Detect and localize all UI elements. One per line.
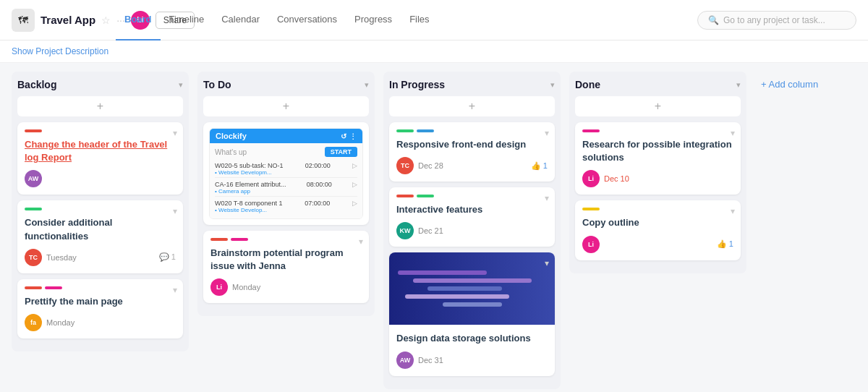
avatar-li: Li xyxy=(210,278,228,296)
bar-green xyxy=(417,195,434,197)
card-date: Dec 21 xyxy=(418,226,443,235)
header: 🗺 Travel App ☆ ··· Li Share Board Timeli… xyxy=(0,0,868,41)
show-project-description[interactable]: Show Project Description xyxy=(0,41,868,63)
avatar-fa: fa xyxy=(25,314,42,331)
card-clockify: Clockify ↺ ⋮ What's up START xyxy=(203,122,369,225)
card-inprogress-storage: ▾ Design data storage solutions AW Dec 3… xyxy=(389,252,555,375)
card-expand-icon[interactable]: ▾ xyxy=(173,128,177,138)
column-todo: To Do ▾ + Clockify ↺ ⋮ xyxy=(197,72,375,316)
column-title-backlog: Backlog xyxy=(17,79,179,90)
add-column-button[interactable]: + Add column xyxy=(755,72,824,97)
tab-calendar[interactable]: Calendar xyxy=(213,0,268,41)
bar-pink xyxy=(582,129,600,132)
card-date: Monday xyxy=(46,318,75,327)
card-expand-icon[interactable]: ▾ xyxy=(731,128,735,138)
avatar-li2: Li xyxy=(582,170,600,187)
board: Backlog ▾ + ▾ Change the header of the T… xyxy=(0,63,868,392)
clockify-start-button[interactable]: START xyxy=(325,147,357,157)
tab-timeline[interactable]: Timeline xyxy=(161,0,213,41)
card-expand-icon[interactable]: ▾ xyxy=(545,258,549,268)
card-title: Change the header of the Travel log Repo… xyxy=(25,138,176,164)
play-icon: ▷ xyxy=(352,200,357,207)
avatar-tc: TC xyxy=(396,157,414,174)
bar-blue xyxy=(417,129,434,132)
avatar-aw: AW xyxy=(25,170,42,187)
search-bar[interactable]: 🔍 Go to any project or task... xyxy=(697,11,856,30)
card-date: Dec 31 xyxy=(418,356,443,365)
card-done-copyoutline: ▾ Copy outline Li 👍 1 xyxy=(575,200,741,260)
bar-pink xyxy=(231,238,248,241)
avatar-li3: Li xyxy=(582,236,600,253)
column-inprogress: In Progress ▾ + ▾ Responsive front-end d… xyxy=(383,72,561,389)
star-icon[interactable]: ☆ xyxy=(101,14,111,26)
card-title: Design data storage solutions xyxy=(396,332,548,345)
card-expand-icon[interactable]: ▾ xyxy=(173,206,177,216)
search-icon: 🔍 xyxy=(708,15,719,25)
avatar-kw: KW xyxy=(396,222,414,239)
column-title-done: Done xyxy=(575,79,736,90)
card-expand-icon[interactable]: ▾ xyxy=(173,285,177,295)
card-title: Responsive front-end design xyxy=(396,138,548,151)
card-date: Monday xyxy=(232,283,260,291)
card-expand-icon[interactable]: ▾ xyxy=(359,237,363,247)
nav-tabs: Board Timeline Calendar Conversations Pr… xyxy=(116,0,438,41)
search-placeholder: Go to any project or task... xyxy=(723,15,825,25)
card-title: Interactive features xyxy=(396,203,548,216)
tab-board[interactable]: Board xyxy=(116,0,161,41)
bar-pink xyxy=(45,286,62,289)
tab-files[interactable]: Files xyxy=(401,0,438,41)
bar-red xyxy=(25,129,42,132)
card-title: Copy outline xyxy=(582,216,733,229)
clockify-header: Clockify ↺ ⋮ xyxy=(210,129,362,143)
card-title: Consider additional functionalities xyxy=(25,216,176,242)
clockify-row-1: W020-5 sub-task: NO-1 02:00:00 ▷ • Websi… xyxy=(215,161,357,178)
bar-red xyxy=(396,195,414,197)
bar-green xyxy=(396,129,414,132)
tab-progress[interactable]: Progress xyxy=(346,0,401,41)
comment-count: 💬 1 xyxy=(159,252,176,262)
card-title: Brainstorm potential program issue with … xyxy=(210,247,362,273)
column-backlog: Backlog ▾ + ▾ Change the header of the T… xyxy=(12,72,189,351)
play-icon: ▷ xyxy=(352,181,357,188)
card-title: Prettify the main page xyxy=(25,295,176,308)
card-expand-icon[interactable]: ▾ xyxy=(545,193,549,203)
column-title-inprogress: In Progress xyxy=(389,79,550,90)
card-backlog-3: ▾ Prettify the main page fa Monday xyxy=(17,279,183,338)
bar-red xyxy=(210,238,228,241)
bar-green xyxy=(25,208,42,210)
clockify-whatsup: What's up xyxy=(215,148,322,156)
add-card-backlog[interactable]: + xyxy=(17,96,183,116)
card-done-research: ▾ Research for possible integration solu… xyxy=(575,122,741,195)
clockify-row-3: W020 T-8 component 1 07:00:00 ▷ • Websit… xyxy=(215,198,357,215)
play-icon: ▷ xyxy=(352,162,357,169)
column-chevron-done[interactable]: ▾ xyxy=(736,80,741,90)
avatar-aw2: AW xyxy=(396,351,414,369)
card-title: Research for possible integration soluti… xyxy=(582,138,733,164)
timeline-preview xyxy=(389,252,555,325)
tab-conversations[interactable]: Conversations xyxy=(268,0,346,41)
column-chevron-inprogress[interactable]: ▾ xyxy=(550,80,555,90)
card-backlog-2: ▾ Consider additional functionalities TC… xyxy=(17,200,183,273)
add-card-todo[interactable]: + xyxy=(203,96,369,116)
bar-red xyxy=(25,286,42,289)
like-badge: 👍 1 xyxy=(717,239,733,249)
avatar-tc: TC xyxy=(25,249,42,266)
card-inprogress-responsive: ▾ Responsive front-end design TC Dec 28 … xyxy=(389,122,555,182)
app-title: Travel App xyxy=(41,14,95,26)
bar-yellow xyxy=(582,208,600,210)
card-date: Dec 10 xyxy=(604,174,629,183)
like-badge: 👍 1 xyxy=(531,161,548,171)
card-inprogress-interactive: ▾ Interactive features KW Dec 21 xyxy=(389,187,555,247)
clockify-refresh-icon: ↺ xyxy=(341,132,346,140)
card-backlog-1: ▾ Change the header of the Travel log Re… xyxy=(17,122,183,195)
clockify-row-2: CA-16 Element attribut... 08:00:00 ▷ • C… xyxy=(215,179,357,197)
add-card-inprogress[interactable]: + xyxy=(389,96,555,116)
card-expand-icon[interactable]: ▾ xyxy=(731,206,735,216)
column-chevron-backlog[interactable]: ▾ xyxy=(179,80,183,90)
card-expand-icon[interactable]: ▾ xyxy=(545,128,549,138)
column-chevron-todo[interactable]: ▾ xyxy=(365,80,369,90)
add-card-done[interactable]: + xyxy=(575,96,741,116)
column-title-todo: To Do xyxy=(203,79,365,90)
card-date: Dec 28 xyxy=(418,161,443,170)
card-date: Tuesday xyxy=(46,253,77,262)
